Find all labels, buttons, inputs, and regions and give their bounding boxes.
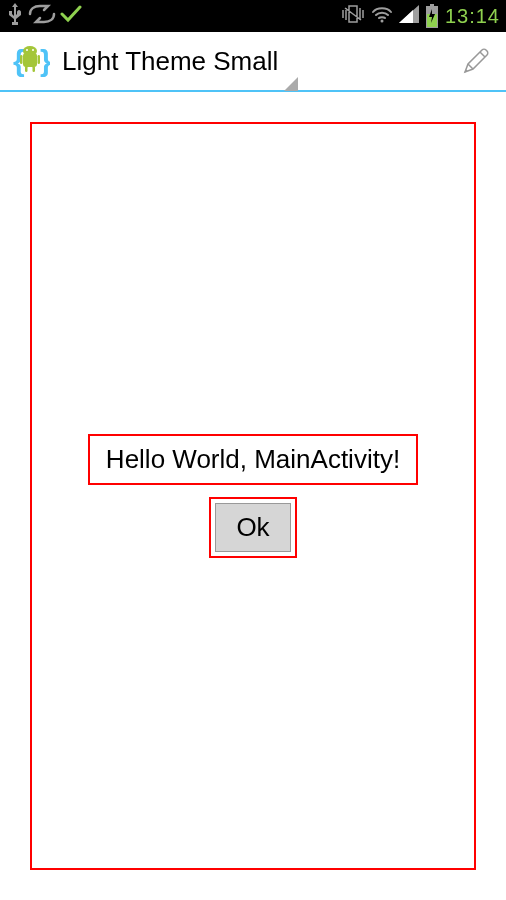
svg-point-9 [32,49,34,51]
pencil-icon [460,45,492,77]
svg-point-0 [380,20,383,23]
check-icon [60,4,82,28]
svg-point-7 [23,46,37,56]
svg-text:}: } [40,44,50,77]
layout-bounds-container: Hello World, MainActivity! Ok [30,122,476,870]
app-title-text: Light Theme Small [62,46,278,76]
status-bar-left [6,2,82,30]
usb-icon [6,2,24,30]
battery-charging-icon [425,4,439,28]
status-bar: 13:14 [0,0,506,32]
ok-button[interactable]: Ok [215,503,290,552]
edit-button[interactable] [456,41,496,81]
svg-point-8 [26,49,28,51]
svg-rect-10 [20,55,23,64]
svg-rect-12 [25,66,28,72]
greeting-text: Hello World, MainActivity! [88,434,418,485]
wifi-icon [371,5,393,27]
status-bar-right: 13:14 [341,4,500,28]
sync-icon [28,4,56,28]
app-icon[interactable]: { } [10,41,50,81]
dropdown-indicator-icon [284,77,298,91]
svg-rect-1 [430,4,434,6]
app-title-dropdown[interactable]: Light Theme Small [62,46,278,77]
action-bar: { } Light Theme Small [0,32,506,92]
status-clock: 13:14 [445,5,500,28]
vibrate-icon [341,4,365,28]
svg-rect-13 [33,66,36,72]
svg-rect-11 [38,55,41,64]
layout-bounds-button: Ok [209,497,296,558]
content-area: Hello World, MainActivity! Ok [0,92,506,900]
signal-icon [399,5,419,27]
